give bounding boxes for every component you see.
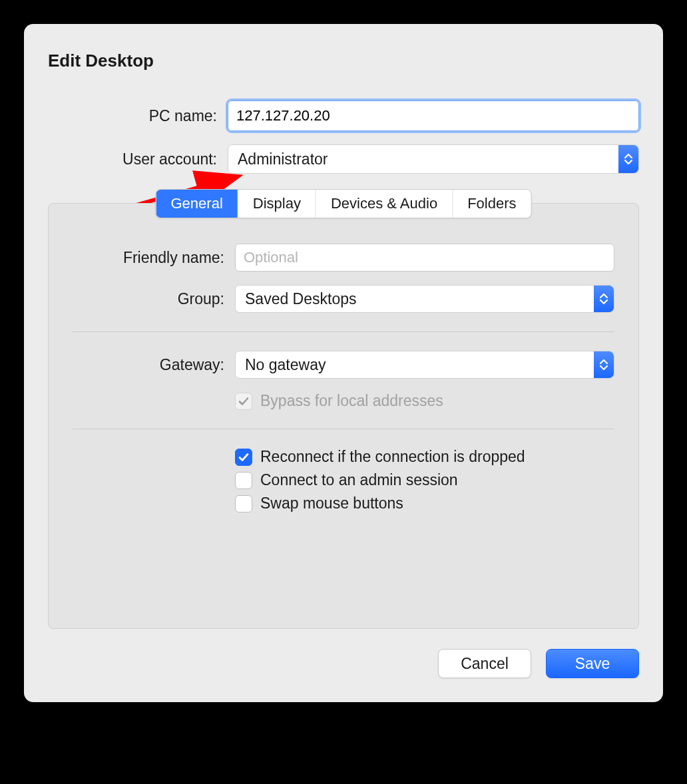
user-account-value: Administrator <box>238 150 328 168</box>
pc-name-label: PC name: <box>48 107 228 125</box>
friendly-name-label: Friendly name: <box>73 249 235 267</box>
tab-devices-audio[interactable]: Devices & Audio <box>316 190 453 218</box>
group-label: Group: <box>73 290 235 308</box>
user-account-select[interactable]: Administrator <box>228 144 639 174</box>
admin-session-checkbox[interactable] <box>235 472 252 489</box>
dialog-title: Edit Desktop <box>48 51 639 71</box>
admin-session-label: Connect to an admin session <box>260 471 458 489</box>
swap-mouse-label: Swap mouse buttons <box>260 494 403 512</box>
tab-general[interactable]: General <box>156 190 238 218</box>
edit-desktop-sheet: Edit Desktop PC name: User account: Admi… <box>24 24 663 702</box>
divider <box>73 429 614 429</box>
save-button[interactable]: Save <box>546 649 639 678</box>
gateway-select[interactable]: No gateway <box>235 351 614 379</box>
pc-name-field[interactable] <box>228 100 639 131</box>
reconnect-label: Reconnect if the connection is dropped <box>260 448 525 466</box>
bypass-checkbox <box>235 393 252 410</box>
tab-folders[interactable]: Folders <box>453 190 531 218</box>
bypass-label: Bypass for local addresses <box>260 392 443 410</box>
gateway-label: Gateway: <box>73 356 235 374</box>
reconnect-checkbox[interactable] <box>235 449 252 466</box>
friendly-name-field[interactable] <box>235 244 614 272</box>
divider <box>73 331 614 332</box>
select-stepper-icon <box>594 351 614 378</box>
swap-mouse-checkbox[interactable] <box>235 495 252 512</box>
settings-panel: General Display Devices & Audio Folders … <box>48 203 639 629</box>
tab-display[interactable]: Display <box>238 190 316 218</box>
gateway-value: No gateway <box>245 356 326 374</box>
cancel-button[interactable]: Cancel <box>438 649 531 678</box>
select-stepper-icon <box>594 286 614 312</box>
group-value: Saved Desktops <box>245 290 356 308</box>
select-stepper-icon <box>618 145 638 173</box>
user-account-label: User account: <box>48 150 228 168</box>
tab-bar: General Display Devices & Audio Folders <box>156 189 532 218</box>
group-select[interactable]: Saved Desktops <box>235 285 614 313</box>
